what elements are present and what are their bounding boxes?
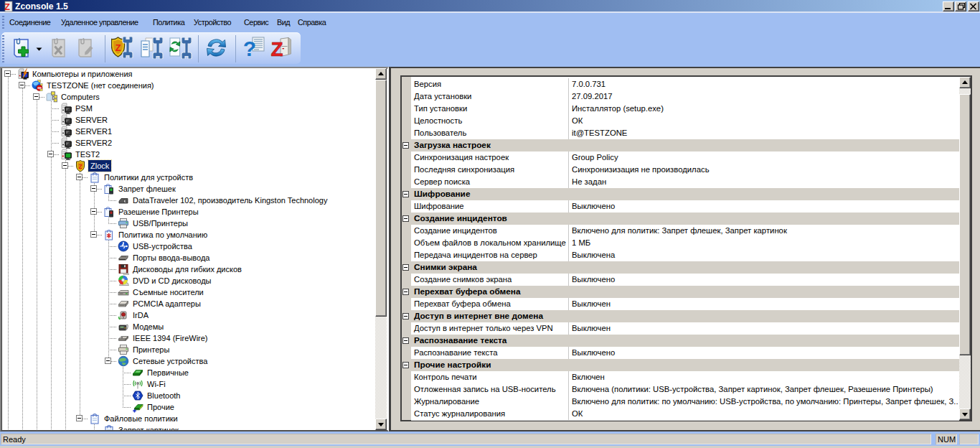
svg-text:Z: Z [270,38,283,58]
svg-text:?: ? [243,37,256,58]
svg-text:Z: Z [78,163,82,170]
svg-text:Z: Z [116,42,121,53]
svg-text:Z: Z [4,1,10,12]
